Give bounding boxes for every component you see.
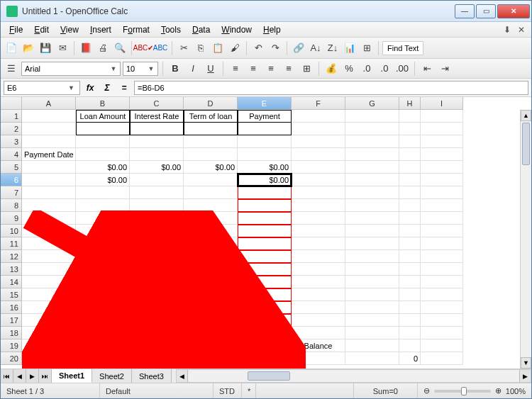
cell-H14[interactable] <box>399 276 421 288</box>
cell-H16[interactable] <box>399 301 421 314</box>
name-box[interactable]: E6 ▼ <box>4 81 80 95</box>
cell-I8[interactable] <box>421 199 463 212</box>
row-header-7[interactable]: 7 <box>1 186 22 199</box>
cell-H1[interactable] <box>399 110 421 123</box>
menu-format[interactable]: Format <box>118 23 154 36</box>
cell-C5[interactable]: $0.00 <box>130 161 184 174</box>
cell-B7[interactable] <box>76 186 130 199</box>
spreadsheet-grid[interactable]: ABCDEFGHI1Loan AmountInterest RateTerm o… <box>1 97 531 369</box>
row-header-5[interactable]: 5 <box>1 161 22 174</box>
scroll-down-button[interactable]: ▼ <box>521 357 531 369</box>
cell-E16[interactable] <box>238 301 292 314</box>
cell-C13[interactable] <box>130 263 184 276</box>
zoom-in-icon[interactable]: ⊕ <box>495 386 501 395</box>
cell-D10[interactable] <box>184 225 238 237</box>
cell-F1[interactable] <box>292 110 345 123</box>
cell-I3[interactable] <box>421 135 463 148</box>
cell-B18[interactable] <box>76 327 130 339</box>
cell-E7[interactable] <box>238 186 292 199</box>
cell-I2[interactable] <box>421 123 463 135</box>
cell-H13[interactable] <box>399 263 421 276</box>
cell-E3[interactable] <box>238 135 292 148</box>
sort-desc-button[interactable]: Z↓ <box>325 40 340 56</box>
cell-F5[interactable] <box>292 161 345 174</box>
last-sheet-button[interactable]: ⏭ <box>39 369 52 383</box>
cell-E4[interactable] <box>238 148 292 161</box>
next-sheet-button[interactable]: ▶ <box>26 369 39 383</box>
cell-D13[interactable] <box>184 263 238 276</box>
cell-D14[interactable] <box>184 276 238 288</box>
cell-D2[interactable] <box>184 123 238 135</box>
paste-button[interactable]: 📋 <box>210 40 226 56</box>
cell-G8[interactable] <box>345 199 399 212</box>
cell-D11[interactable] <box>184 237 238 250</box>
menu-help[interactable]: Help <box>259 23 285 36</box>
cell-D20[interactable] <box>184 352 238 365</box>
cell-G4[interactable] <box>345 148 399 161</box>
cell-A5[interactable] <box>22 161 76 174</box>
cell-G6[interactable] <box>345 174 399 186</box>
function-wizard-button[interactable]: fx <box>83 81 97 95</box>
cell-A18[interactable] <box>22 327 76 339</box>
cell-H5[interactable] <box>399 161 421 174</box>
row-header-12[interactable]: 12 <box>1 250 22 263</box>
align-justify-button[interactable]: ≡ <box>281 61 297 77</box>
cell-B10[interactable] <box>76 225 130 237</box>
cell-I13[interactable] <box>421 263 463 276</box>
cell-B4[interactable] <box>76 148 130 161</box>
cell-A3[interactable] <box>22 135 76 148</box>
cell-I11[interactable] <box>421 237 463 250</box>
cell-H2[interactable] <box>399 123 421 135</box>
cell-I10[interactable] <box>421 225 463 237</box>
autospell-button[interactable]: ABC <box>153 40 168 56</box>
cell-E19[interactable]: Deposit <box>238 339 292 352</box>
currency-button[interactable]: 💰 <box>323 61 339 77</box>
format-paintbrush-button[interactable]: 🖌 <box>227 40 243 56</box>
cell-A19[interactable] <box>22 339 76 352</box>
menu-view[interactable]: View <box>56 23 83 36</box>
remove-decimal-button[interactable]: .0 <box>377 61 392 77</box>
row-header-20[interactable]: 20 <box>1 352 22 365</box>
cell-A12[interactable] <box>22 250 76 263</box>
cell-E13[interactable] <box>238 263 292 276</box>
cell-D7[interactable] <box>184 186 238 199</box>
cell-G3[interactable] <box>345 135 399 148</box>
copy-button[interactable]: ⎘ <box>193 40 209 56</box>
merge-button[interactable]: ⊞ <box>299 61 314 77</box>
cell-E2[interactable] <box>238 123 292 135</box>
update-icon[interactable]: ⬇ <box>501 24 513 35</box>
cell-G10[interactable] <box>345 225 399 237</box>
scroll-thumb[interactable] <box>522 123 530 165</box>
preview-button[interactable]: 🔍 <box>112 40 128 56</box>
column-header-E[interactable]: E <box>238 97 292 110</box>
cell-A1[interactable] <box>22 110 76 123</box>
cell-H11[interactable] <box>399 237 421 250</box>
cell-F20[interactable] <box>292 352 345 365</box>
cell-A15[interactable] <box>22 288 76 301</box>
cell-F8[interactable] <box>292 199 345 212</box>
horizontal-scrollbar[interactable]: ◀ ▶ <box>176 369 531 383</box>
cell-B13[interactable] <box>76 263 130 276</box>
align-left-button[interactable]: ≡ <box>228 61 243 77</box>
cell-F10[interactable] <box>292 225 345 237</box>
column-header-B[interactable]: B <box>76 97 130 110</box>
row-header-19[interactable]: 19 <box>1 339 22 352</box>
cell-H3[interactable] <box>399 135 421 148</box>
cell-D17[interactable] <box>184 314 238 327</box>
cell-D3[interactable] <box>184 135 238 148</box>
cell-A14[interactable] <box>22 276 76 288</box>
cell-G14[interactable] <box>345 276 399 288</box>
cell-C9[interactable] <box>130 212 184 225</box>
cell-D5[interactable]: $0.00 <box>184 161 238 174</box>
cell-C3[interactable] <box>130 135 184 148</box>
cell-D8[interactable] <box>184 199 238 212</box>
cell-D19[interactable]: Purchase <box>184 339 238 352</box>
menu-tools[interactable]: Tools <box>157 23 185 36</box>
cell-C6[interactable] <box>130 174 184 186</box>
cell-D18[interactable] <box>184 327 238 339</box>
cell-D16[interactable] <box>184 301 238 314</box>
cell-C15[interactable] <box>130 288 184 301</box>
cell-G18[interactable] <box>345 327 399 339</box>
cell-E17[interactable] <box>238 314 292 327</box>
cell-C8[interactable] <box>130 199 184 212</box>
